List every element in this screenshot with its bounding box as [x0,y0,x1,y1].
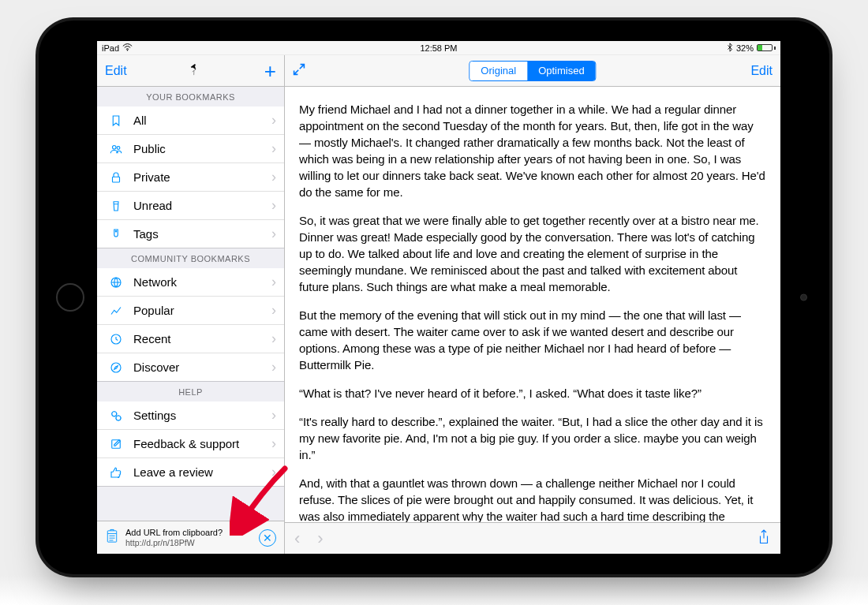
clipboard-question: Add URL from clipboard? [125,528,223,538]
seg-optimised[interactable]: Optimised [527,62,596,80]
chevron-right-icon: › [271,331,276,347]
sidebar-item-recent[interactable]: Recent › [97,325,284,353]
section-help: HELP [97,382,284,401]
clock: 12:58 PM [420,43,457,53]
clipboard-icon [105,528,119,547]
thumbs-up-icon [107,465,125,480]
sidebar-item-popular[interactable]: Popular › [97,297,284,325]
reader-pane: Original Optimised Edit My friend Michae… [285,55,780,554]
chevron-right-icon: › [271,169,276,185]
reader-header: Original Optimised Edit [285,55,780,87]
wifi-icon [122,43,133,53]
chevron-right-icon: › [271,112,276,129]
svg-point-8 [112,411,117,416]
edit-button[interactable]: Edit [750,64,773,78]
sidebar-item-label: Private [133,170,170,184]
view-mode-segment[interactable]: Original Optimised [469,61,596,81]
next-arrow-icon[interactable]: › [317,528,323,549]
paragraph: “It's really hard to describe.”, explain… [299,413,766,463]
sidebar-item-label: Popular [133,304,174,317]
home-button[interactable] [56,283,84,312]
tag-icon [107,227,125,241]
reader-footer: ‹ › [285,522,780,554]
gear-icon [107,409,125,423]
svg-point-0 [127,49,129,50]
section-community: COMMUNITY BOOKMARKS [97,248,284,268]
chevron-right-icon: › [271,274,276,290]
clipboard-url: http://d.pr/n/18PfW [125,538,223,547]
chevron-right-icon: › [271,302,276,319]
sidebar-item-label: Settings [133,409,176,422]
sidebar-item-label: Network [133,275,177,289]
pin-icon [189,62,203,80]
svg-point-9 [116,416,121,420]
paragraph: So, it was great that we were finally ab… [299,212,766,295]
sidebar-item-tags[interactable]: Tags › [97,220,284,248]
ipad-bezel: iPad 12:58 PM 32% [36,17,832,577]
users-icon [107,142,125,156]
front-camera [800,294,807,301]
clipboard-bar[interactable]: Add URL from clipboard? http://d.pr/n/18… [97,521,284,554]
article-body[interactable]: My friend Michael and I had not a dinner… [285,87,780,522]
sidebar: Edit + YOUR BOOKMARKS All › [97,55,285,554]
paragraph: And, with that a gauntlet was thrown dow… [299,475,766,522]
sidebar-item-label: Feedback & support [133,437,239,450]
section-your-bookmarks: YOUR BOOKMARKS [97,87,284,106]
status-bar: iPad 12:58 PM 32% [97,41,780,55]
svg-rect-3 [113,177,120,182]
svg-point-2 [117,146,120,149]
device-frame: iPad 12:58 PM 32% [0,0,868,605]
clock-icon [107,332,125,346]
sidebar-item-label: Leave a review [133,465,213,479]
sidebar-item-all[interactable]: All › [97,106,284,135]
sidebar-item-network[interactable]: Network › [97,268,284,297]
sidebar-header: Edit + [97,55,284,87]
sidebar-item-label: Tags [133,227,159,241]
prev-arrow-icon[interactable]: ‹ [294,528,300,549]
chevron-right-icon: › [271,140,276,157]
battery-percent: 32% [736,43,754,53]
device-label: iPad [102,43,119,53]
sidebar-item-unread[interactable]: Unread › [97,192,284,220]
add-button[interactable]: + [264,61,276,81]
chevron-right-icon: › [271,464,276,480]
compass-icon [107,360,125,375]
edit-button[interactable]: Edit [105,64,127,78]
sidebar-item-label: Recent [133,332,171,345]
svg-point-7 [111,363,121,372]
share-button[interactable] [757,528,771,549]
svg-rect-10 [112,439,121,448]
paragraph: But the memory of the evening that will … [299,307,766,373]
cup-icon [107,199,125,213]
chevron-right-icon: › [271,226,276,242]
sidebar-item-discover[interactable]: Discover › [97,353,284,382]
chart-icon [107,304,125,318]
globe-icon [107,275,125,289]
expand-icon[interactable] [293,63,305,79]
sidebar-item-feedback[interactable]: Feedback & support › [97,430,284,458]
bluetooth-icon [727,43,733,54]
sidebar-item-private[interactable]: Private › [97,163,284,192]
sidebar-item-label: Unread [133,199,172,212]
sidebar-item-label: All [133,114,147,127]
svg-point-1 [113,145,117,149]
lock-icon [107,170,125,185]
chevron-right-icon: › [271,359,276,375]
chevron-right-icon: › [271,407,276,424]
battery-icon [757,44,776,51]
paragraph: “What is that? I've never heard of it be… [299,385,766,401]
sidebar-item-review[interactable]: Leave a review › [97,458,284,487]
sidebar-item-settings[interactable]: Settings › [97,401,284,430]
sidebar-item-label: Public [133,142,166,155]
sidebar-item-label: Discover [133,360,179,374]
compose-icon [107,437,125,451]
sidebar-item-public[interactable]: Public › [97,135,284,163]
screen: iPad 12:58 PM 32% [97,41,780,554]
dismiss-button[interactable]: ✕ [259,529,276,547]
chevron-right-icon: › [271,197,276,214]
chevron-right-icon: › [271,435,276,452]
seg-original[interactable]: Original [470,62,527,80]
paragraph: My friend Michael and I had not a dinner… [299,101,766,200]
svg-point-4 [115,230,117,232]
bookmark-icon [107,114,125,128]
